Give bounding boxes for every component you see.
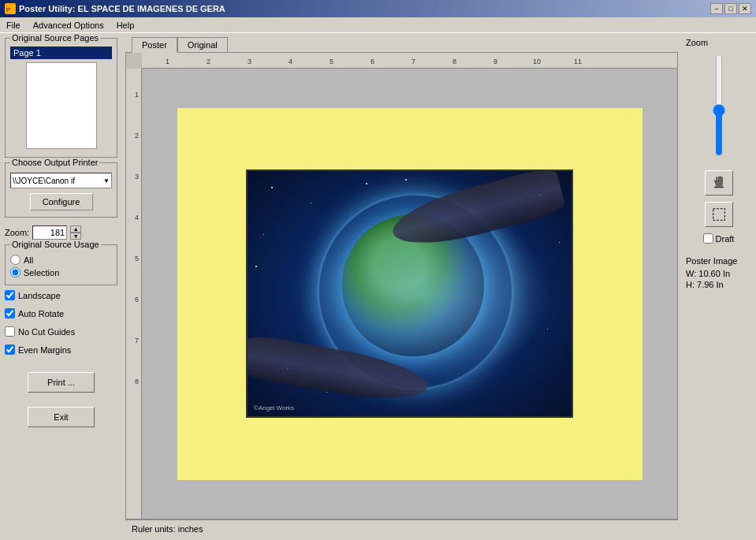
configure-button[interactable]: Configure: [30, 193, 93, 210]
copyright-text: ©Angel Works: [254, 404, 294, 412]
printer-value: \\JOYCE\Canon if: [13, 177, 75, 185]
v-ruler-mark-8: 8: [135, 378, 139, 385]
printer-select-row: \\JOYCE\Canon if ▼: [10, 173, 112, 188]
app-icon: P: [5, 3, 16, 14]
radio-selection-item: Selection: [10, 267, 112, 277]
landscape-checkbox-item: Landscape: [5, 290, 117, 300]
pan-tool-button[interactable]: [705, 170, 733, 196]
exit-button[interactable]: Exit: [28, 407, 95, 427]
zoom-label: Zoom:: [5, 228, 29, 237]
ruler-top: 1 2 3 4 5 6 7 8 9 10 11: [142, 53, 677, 69]
v-ruler-mark-5: 5: [135, 255, 139, 263]
maximize-button[interactable]: □: [724, 3, 737, 14]
landscape-label: Landscape: [18, 291, 61, 300]
ruler-mark-10: 10: [533, 58, 541, 65]
zoom-input[interactable]: [32, 225, 67, 240]
selection-tool-button[interactable]: [705, 202, 733, 227]
poster-image-label: Poster Image: [686, 256, 737, 266]
v-ruler-mark-4: 4: [135, 214, 139, 222]
poster-image: ©Angel Works: [246, 169, 573, 418]
dropdown-arrow-icon: ▼: [103, 177, 110, 184]
print-button[interactable]: Print ...: [28, 372, 95, 393]
poster-width-value: W: 10.60 In: [686, 269, 737, 278]
poster-yellow-background: ©Angel Works: [177, 108, 642, 480]
original-source-pages-label: Original Source Pages: [10, 33, 100, 43]
draft-row: Draft: [703, 233, 735, 244]
svg-text:P: P: [6, 6, 10, 13]
ruler-mark-5: 5: [330, 58, 333, 65]
zoom-slider-container: [711, 54, 727, 164]
v-ruler-mark-1: 1: [135, 91, 139, 99]
close-button[interactable]: ✕: [739, 3, 751, 14]
page-list: Page 1: [10, 47, 112, 149]
radio-all-label: All: [24, 255, 33, 265]
poster-info: Poster Image W: 10.60 In H: 7.96 In: [686, 256, 737, 291]
window-title: Poster Utility: EL SPACE DE IMAGENES DE …: [19, 4, 225, 13]
original-source-usage-label: Original Source Usage: [10, 240, 101, 249]
tab-bar: Poster Original: [132, 36, 678, 52]
even-margins-checkbox[interactable]: [5, 344, 15, 355]
minimize-button[interactable]: –: [710, 3, 723, 14]
left-panel: Original Source Pages Page 1 Choose Outp…: [0, 33, 122, 540]
v-ruler-mark-6: 6: [135, 296, 139, 304]
page-list-item[interactable]: Page 1: [10, 47, 112, 59]
draft-checkbox[interactable]: [703, 233, 713, 244]
ruler-mark-7: 7: [412, 58, 415, 65]
no-cut-guides-label: No Cut Guides: [18, 327, 75, 337]
no-cut-guides-checkbox-item: No Cut Guides: [5, 326, 117, 337]
ruler-mark-6: 6: [371, 58, 374, 65]
draft-label: Draft: [716, 234, 735, 244]
auto-rotate-label: Auto Rotate: [18, 309, 64, 318]
v-ruler-mark-2: 2: [135, 132, 139, 140]
center-area: Poster Original 1 2 3 4 5 6 7 8 9 10: [122, 33, 681, 540]
landscape-checkbox[interactable]: [5, 290, 15, 300]
zoom-row: Zoom: ▲ ▼: [5, 225, 117, 240]
v-ruler-mark-3: 3: [135, 173, 139, 181]
auto-rotate-checkbox[interactable]: [5, 308, 15, 318]
ruler-left: 1 2 3 4 5 6 7 8: [126, 69, 142, 519]
page-thumbnail: [26, 62, 97, 149]
original-source-pages-group: Original Source Pages Page 1: [5, 38, 117, 158]
ruler-mark-11: 11: [574, 58, 582, 65]
choose-output-printer-group: Choose Output Printer \\JOYCE\Canon if ▼…: [5, 162, 117, 218]
zoom-up-button[interactable]: ▲: [70, 225, 81, 233]
menu-advanced-options[interactable]: Advanced Options: [30, 20, 107, 31]
zoom-spinner: ▲ ▼: [70, 225, 81, 240]
radio-selection-label: Selection: [24, 268, 59, 277]
ruler-mark-3: 3: [248, 58, 251, 65]
choose-output-printer-label: Choose Output Printer: [10, 158, 99, 167]
no-cut-guides-checkbox[interactable]: [5, 326, 15, 337]
zoom-slider[interactable]: [711, 54, 727, 156]
poster-height-value: H: 7.96 In: [686, 280, 737, 289]
menu-help[interactable]: Help: [114, 20, 138, 31]
even-margins-checkbox-item: Even Margins: [5, 344, 117, 355]
ruler-units-label: Ruler units: inches: [132, 524, 203, 534]
auto-rotate-checkbox-item: Auto Rotate: [5, 308, 117, 318]
poster-area: ©Angel Works: [142, 69, 677, 519]
radio-selection[interactable]: [10, 267, 20, 277]
menu-file[interactable]: File: [3, 20, 24, 31]
v-ruler-mark-7: 7: [135, 337, 139, 344]
right-panel: Zoom Draft Poster Image W: 10.60 In: [681, 33, 756, 540]
radio-all-item: All: [10, 255, 112, 265]
radio-all[interactable]: [10, 255, 20, 265]
ruler-mark-9: 9: [493, 58, 497, 65]
tab-original[interactable]: Original: [177, 37, 228, 53]
svg-rect-2: [713, 209, 724, 221]
status-bar: Ruler units: inches: [125, 520, 678, 537]
ruler-mark-4: 4: [289, 58, 292, 65]
ruler-mark-8: 8: [452, 58, 456, 65]
ruler-mark-2: 2: [207, 58, 210, 65]
printer-dropdown[interactable]: \\JOYCE\Canon if ▼: [10, 173, 112, 188]
zoom-panel-label: Zoom: [686, 38, 708, 47]
title-bar: P Poster Utility: EL SPACE DE IMAGENES D…: [0, 0, 756, 17]
even-margins-label: Even Margins: [18, 345, 71, 355]
window-controls: – □ ✕: [710, 3, 751, 14]
menu-bar: File Advanced Options Help: [0, 17, 756, 33]
zoom-down-button[interactable]: ▼: [70, 233, 81, 240]
ruler-mark-1: 1: [166, 58, 169, 65]
source-usage-radio-group: All Selection: [10, 255, 112, 277]
original-source-usage-group: Original Source Usage All Selection: [5, 244, 117, 285]
canvas-wrapper: 1 2 3 4 5 6 7 8 9 10 11 1 2 3 4: [125, 52, 678, 520]
tab-poster[interactable]: Poster: [132, 37, 177, 53]
